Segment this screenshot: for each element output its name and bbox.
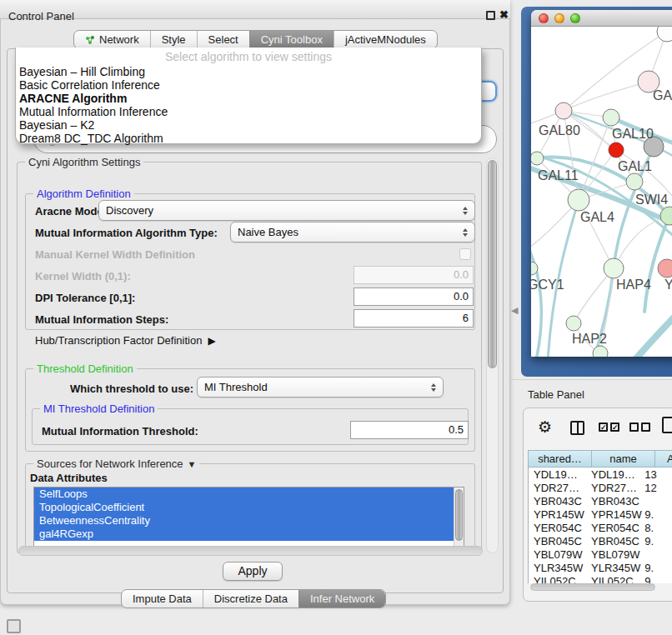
table-row[interactable]: YBR045CYBR045C9.	[528, 535, 672, 548]
dpi-tolerance-field[interactable]: 0.0	[354, 288, 474, 306]
horizontal-scrollbar[interactable]	[18, 546, 483, 556]
sources-group-title[interactable]: Sources for Network Inference▼	[33, 458, 199, 470]
dropdown-item-mutual-information-inference[interactable]: Mutual Information Inference	[16, 105, 481, 118]
dropdown-item-bayesian-k2[interactable]: Bayesian – K2	[16, 118, 481, 132]
which-threshold-value: MI Threshold	[204, 381, 431, 393]
table-row[interactable]: YER054CYER054C8.	[528, 522, 672, 535]
network-node[interactable]	[555, 102, 572, 119]
data-attributes-list[interactable]: SelfLoopsTopologicalCoefficientBetweenne…	[33, 487, 464, 548]
aracne-mode-select[interactable]: Discovery	[98, 200, 475, 221]
which-threshold-select[interactable]: MI Threshold	[197, 377, 444, 398]
list-scrollbar-thumb[interactable]	[455, 489, 463, 541]
dropdown-item-basic-correlation-inference[interactable]: Basic Correlation Inference	[16, 78, 481, 92]
column-header-a[interactable]: A	[655, 450, 672, 468]
minimized-window-icon[interactable]	[7, 619, 21, 633]
mi-threshold-label: Mutual Information Threshold:	[42, 425, 198, 438]
split-columns-icon[interactable]	[570, 421, 584, 435]
network-node[interactable]	[658, 259, 672, 278]
tab-select[interactable]: Select	[197, 31, 249, 48]
expand-right-icon: ▶	[208, 335, 215, 347]
aracne-mode-label: Aracne Mode:	[35, 205, 107, 218]
checked-checkbox-icon: ✓	[610, 422, 619, 432]
network-node[interactable]	[566, 316, 581, 331]
hub-transcription-factor-label: Hub/Transcription Factor Definition	[35, 334, 202, 347]
attribute-item-selfloops[interactable]: SelfLoops	[34, 488, 455, 501]
network-node[interactable]	[568, 189, 589, 211]
show-columns-icon[interactable]: ✓ ✓	[599, 422, 619, 432]
table-cell: YIL052C	[585, 575, 642, 583]
kernel-width-field[interactable]: 0.0	[354, 266, 474, 284]
tab-discretize-data[interactable]: Discretize Data	[203, 590, 298, 608]
zoom-traffic-light-icon[interactable]	[570, 13, 580, 23]
close-icon[interactable]: ✖	[499, 8, 509, 21]
table-row[interactable]: YDR27…YDR27…12	[528, 482, 672, 495]
network-node[interactable]	[593, 346, 608, 357]
network-node-label: GAL80	[539, 123, 580, 138]
mi-threshold-definition-title: MI Threshold Definition	[40, 402, 158, 415]
mi-steps-field[interactable]: 6	[354, 309, 474, 328]
panel-divider-collapse-icon[interactable]: ◀	[511, 305, 518, 316]
manual-kernel-width-label: Manual Kernel Width Definition	[35, 248, 195, 261]
dropdown-item-dream8-dc-tdc-algorithm[interactable]: Dream8 DC_TDC Algorithm	[16, 132, 481, 145]
tab-network[interactable]: Network	[74, 31, 150, 48]
apply-button[interactable]: Apply	[223, 562, 283, 581]
table-row[interactable]: YPR145WYPR145W9.	[528, 508, 672, 522]
network-node[interactable]	[626, 173, 643, 190]
close-traffic-light-icon[interactable]	[539, 13, 549, 23]
cyni-algorithm-settings-title: Cyni Algorithm Settings	[25, 156, 143, 168]
dropdown-item-aracne-algorithm[interactable]: ARACNE Algorithm	[16, 92, 481, 105]
tab-label: Style	[162, 33, 186, 46]
top-tab-bar: NetworkStyleSelectCyni ToolboxjActiveMNo…	[73, 30, 438, 49]
settings-scrollbar-thumb[interactable]	[488, 160, 497, 368]
mi-threshold-field[interactable]: 0.5	[350, 421, 469, 439]
network-node[interactable]	[604, 258, 624, 278]
file-icon[interactable]	[662, 417, 672, 433]
gear-icon[interactable]: ⚙	[538, 418, 552, 437]
hide-columns-icon[interactable]	[629, 422, 650, 432]
network-node[interactable]	[603, 109, 619, 126]
network-window-titlebar[interactable]	[531, 10, 672, 27]
table-cell: 9.	[642, 508, 672, 522]
table-row[interactable]: YBL079WYBL079W	[528, 548, 672, 562]
tab-style[interactable]: Style	[150, 31, 197, 48]
tab-impute-data[interactable]: Impute Data	[122, 590, 203, 608]
table-cell: 9.	[642, 535, 672, 548]
tab-infer-network[interactable]: Infer Network	[298, 590, 385, 608]
network-canvas[interactable]: GALGAL80GAL10GAL11GAL1SWI4GAL4GCY1HAP4YH…	[531, 27, 672, 357]
table-row[interactable]: YLR345WYLR345W9.	[528, 562, 672, 575]
mi-algorithm-type-select[interactable]: Naive Bayes	[230, 222, 475, 242]
float-window-icon[interactable]	[486, 11, 495, 20]
minimize-traffic-light-icon[interactable]	[554, 13, 564, 23]
screen: Control Panel ✖ NetworkStyleSelectCyni T…	[0, 0, 672, 635]
network-node[interactable]	[609, 142, 624, 158]
table-cell: 9.	[642, 562, 672, 575]
mi-algorithm-type-label: Mutual Information Algorithm Type:	[35, 227, 218, 239]
table-row[interactable]: YDL19…YDL19…13	[528, 468, 672, 482]
tab-cyni-toolbox[interactable]: Cyni Toolbox	[249, 31, 333, 48]
table-cell: YDL19…	[585, 468, 642, 482]
table-row[interactable]: YBR043CYBR043C	[528, 495, 672, 508]
which-threshold-label: Which threshold to use:	[70, 382, 193, 395]
attribute-item-gal4rgexp[interactable]: gal4RGexp	[34, 528, 455, 541]
table-cell	[642, 495, 672, 508]
table-cell: 12	[642, 482, 672, 495]
attribute-item-betweennesscentrality[interactable]: BetweennessCentrality	[34, 514, 455, 528]
network-node-label: GAL10	[612, 127, 654, 141]
algorithm-dropdown-items: Bayesian – Hill ClimbingBasic Correlatio…	[16, 65, 481, 145]
column-header-name[interactable]: name	[592, 450, 655, 468]
network-node[interactable]	[657, 27, 672, 42]
unchecked-checkbox-icon	[641, 422, 650, 432]
table-horizontal-scrollbar[interactable]	[530, 583, 655, 591]
tab-jactivemnodules[interactable]: jActiveMNodules	[333, 31, 437, 48]
network-node[interactable]	[531, 152, 544, 165]
table-cell: YDL19…	[528, 468, 585, 482]
attribute-item-topologicalcoefficient[interactable]: TopologicalCoefficient	[34, 501, 455, 514]
table-row[interactable]: YIL052CYIL052C9.	[528, 575, 672, 583]
table-cell: YPR145W	[528, 508, 585, 522]
column-header-shared[interactable]: shared…	[528, 450, 592, 468]
hub-transcription-factor-expander[interactable]: Hub/Transcription Factor Definition▶	[35, 334, 216, 347]
manual-kernel-width-checkbox[interactable]	[459, 248, 471, 260]
dropdown-item-bayesian-hill-climbing[interactable]: Bayesian – Hill Climbing	[16, 65, 481, 78]
tab-label: jActiveMNodules	[345, 33, 426, 46]
table-cell: YBL079W	[528, 548, 585, 562]
